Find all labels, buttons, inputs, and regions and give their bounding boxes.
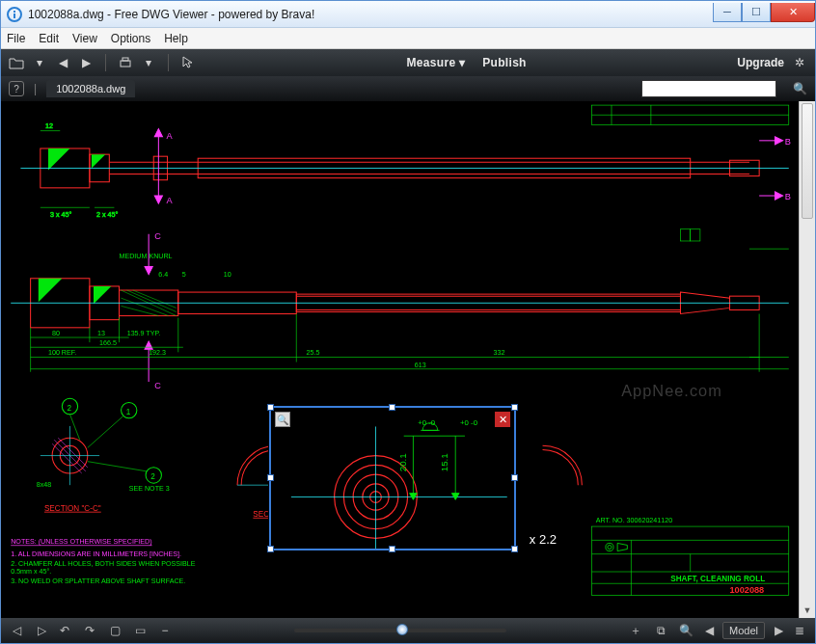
zoom-slider[interactable] [294,629,506,632]
svg-marker-51 [94,286,111,304]
document-tab[interactable]: 1002088a.dwg [46,80,135,97]
svg-point-123 [606,543,613,550]
search-input[interactable] [641,80,776,97]
svg-marker-125 [617,543,627,550]
menu-file[interactable]: File [7,32,25,45]
vertical-scrollbar[interactable]: ▲ ▼ [799,101,815,618]
svg-text:0.5mm x 45°.: 0.5mm x 45°. [11,568,51,576]
nav-forward-icon[interactable]: ▶ [78,55,94,70]
magnifier-tool-icon[interactable]: 🔍 [678,623,694,638]
tab-bar: ? | 1002088a.dwg 🔍 [1,76,815,101]
svg-text:SECTION "C-C": SECTION "C-C" [44,504,101,513]
model-next-icon[interactable]: ▶ [771,623,786,638]
page-next-icon[interactable]: ▷ [34,623,49,638]
status-bar: ◁ ▷ ↶ ↷ ▢ ▭ − ＋ ⧉ 🔍 ◀ Model ▶ ≣ [1,618,815,643]
page-prev-icon[interactable]: ◁ [9,623,24,638]
zoom-slider-knob[interactable] [396,624,408,635]
svg-text:332: 332 [493,349,504,357]
svg-text:+0
-0: +0 -0 [460,418,478,427]
close-button[interactable]: ✕ [771,3,815,22]
scroll-thumb[interactable] [802,103,813,219]
svg-text:2: 2 [67,404,71,413]
magnifier-window[interactable]: 🔍 ✕ [269,406,516,550]
svg-text:613: 613 [415,362,426,369]
menu-view[interactable]: View [72,32,97,45]
dropdown-caret-icon[interactable]: ▾ [32,55,47,70]
print-icon[interactable] [118,55,133,70]
fit-width-icon[interactable]: ▭ [132,623,148,638]
svg-marker-56 [145,341,152,349]
svg-marker-17 [92,154,105,168]
svg-line-91 [52,443,82,473]
scroll-down-icon[interactable]: ▼ [800,602,815,618]
svg-text:10: 10 [224,271,231,279]
zoom-in-icon[interactable]: ＋ [628,623,643,638]
magnifier-zoom-icon[interactable]: 🔍 [275,412,290,427]
drawing-canvas[interactable]: A A B B 12 3 x 45° 2 x 45° [1,101,799,618]
fit-page-icon[interactable]: ▢ [107,623,122,638]
help-icon[interactable]: ? [9,81,24,96]
svg-text:1: 1 [126,408,131,416]
app-icon [7,7,22,22]
svg-text:1002088: 1002088 [730,585,765,595]
svg-line-102 [88,462,147,471]
menu-help[interactable]: Help [164,32,188,45]
svg-marker-25 [775,192,782,200]
svg-marker-50 [39,279,63,303]
svg-marker-20 [154,129,162,137]
rotate-cw-icon[interactable]: ↷ [82,623,97,638]
maximize-button[interactable]: ☐ [742,3,771,22]
svg-text:80: 80 [52,330,60,337]
svg-text:166.5: 166.5 [99,339,117,347]
svg-point-124 [608,545,612,549]
titlebar: 1002088a.dwg - Free DWG Viewer - powered… [1,1,815,28]
minimize-button[interactable]: ─ [713,3,742,22]
gear-icon[interactable]: ✲ [792,55,807,70]
svg-rect-4 [122,58,128,61]
measure-menu[interactable]: Measure ▾ [407,56,466,69]
svg-line-47 [133,290,177,308]
svg-text:C: C [154,381,161,390]
publish-menu[interactable]: Publish [482,56,526,69]
window-title: 1002088a.dwg - Free DWG Viewer - powered… [28,8,713,21]
svg-rect-83 [680,229,690,241]
svg-marker-21 [154,196,162,203]
model-tab[interactable]: Model [722,622,765,639]
menubar: File Edit View Options Help [1,28,815,49]
zoom-out-icon[interactable]: − [157,623,173,638]
search-icon[interactable]: 🔍 [792,81,807,96]
magnifier-close-button[interactable]: ✕ [495,412,510,427]
svg-text:135.9 TYP.: 135.9 TYP. [127,330,161,337]
upgrade-button[interactable]: Upgrade [737,56,784,69]
svg-marker-16 [48,148,69,170]
svg-line-46 [127,290,177,311]
svg-line-101 [88,416,123,448]
open-icon[interactable] [9,55,24,70]
svg-rect-84 [691,229,700,241]
svg-text:1.   ALL DIMENSIONS ARE IN MIL: 1. ALL DIMENSIONS ARE IN MILLIMETERS [IN… [11,550,181,558]
magnifier-factor: x 2.2 [530,532,557,547]
svg-rect-2 [14,13,15,18]
rotate-ccw-icon[interactable]: ↶ [57,623,72,638]
svg-marker-23 [775,137,782,145]
dropdown-caret-icon-2[interactable]: ▾ [141,55,156,70]
svg-text:3 x 45°: 3 x 45° [50,211,71,219]
layers-icon[interactable]: ≣ [792,623,807,638]
svg-line-90 [58,438,88,468]
model-prev-icon[interactable]: ◀ [701,623,717,638]
menu-options[interactable]: Options [111,32,150,45]
svg-text:NOTES: (UNLESS OTHERWISE SPECI: NOTES: (UNLESS OTHERWISE SPECIFIED) [11,538,151,546]
cursor-icon[interactable] [180,55,196,70]
svg-text:AppNee.com: AppNee.com [621,382,722,399]
menu-edit[interactable]: Edit [39,32,59,45]
svg-text:6.4: 6.4 [158,271,168,279]
svg-text:8x48: 8x48 [37,481,51,489]
svg-text:SEE NOTE 3: SEE NOTE 3 [129,485,170,493]
svg-line-100 [69,415,79,441]
svg-text:B: B [785,137,791,147]
zoom-region-icon[interactable]: ⧉ [653,623,668,638]
svg-text:B: B [785,192,791,201]
svg-text:+0
-0: +0 -0 [418,418,436,427]
svg-text:100 REF.: 100 REF. [48,349,76,357]
nav-back-icon[interactable]: ◀ [55,55,70,70]
